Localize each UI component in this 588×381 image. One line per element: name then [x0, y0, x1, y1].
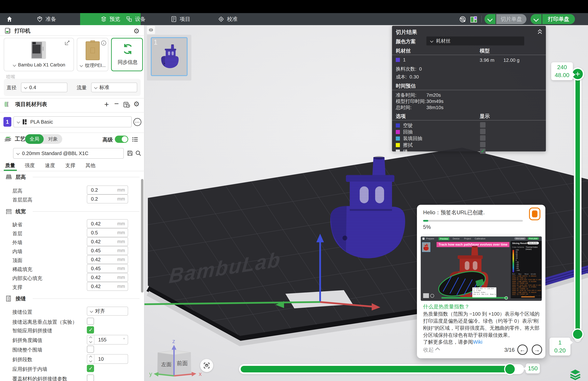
filament-more-button[interactable]: ⋯: [133, 118, 141, 126]
first-layer-height-field[interactable]: 0.2mm: [87, 195, 128, 203]
advanced-toggle[interactable]: [115, 135, 128, 143]
cost-label: 成本:: [396, 74, 407, 80]
search-preset-icon[interactable]: [134, 149, 142, 157]
scarf-entire-wall-label: 围绕整个围墙: [12, 347, 42, 354]
sync-info-button[interactable]: 同步信息: [111, 38, 143, 71]
scarf-steps-spinner[interactable]: 10: [87, 354, 128, 364]
layer-slider-bottom-handle-inner[interactable]: [573, 330, 582, 339]
seam-title: 接缝: [16, 295, 26, 302]
retract-checkbox[interactable]: [480, 129, 485, 134]
lw-outerwall-field[interactable]: 0.42mm: [87, 237, 128, 246]
scarf-angle-spinner[interactable]: 155 °: [87, 335, 128, 344]
fit-view-button[interactable]: [200, 359, 213, 372]
filament-select[interactable]: PLA Basic: [13, 116, 132, 127]
diameter-select[interactable]: 0.4: [21, 83, 67, 92]
spinner-arrows[interactable]: [87, 335, 94, 344]
smart-scarf-seam-checkbox[interactable]: [87, 326, 94, 334]
param-list-icon[interactable]: [131, 135, 139, 143]
preset-select[interactable]: 0.20mm Standard @BBL X1C: [13, 148, 124, 159]
unretract-label: 装填回抽: [403, 135, 422, 142]
printer-settings-gear-icon[interactable]: ⚙: [133, 27, 140, 35]
segment-slider-fill: [241, 366, 510, 372]
navigation-cube[interactable]: 左面 前面 z y x: [148, 338, 206, 378]
lw-sparse-field[interactable]: 0.45mm: [87, 264, 128, 273]
spinner-arrows[interactable]: [87, 355, 94, 363]
home-button[interactable]: [0, 13, 19, 25]
tab-quality[interactable]: 质量: [5, 162, 15, 169]
layers-view-icon[interactable]: [568, 368, 583, 381]
print-plate-button[interactable]: 打印单盘: [542, 14, 575, 24]
tab-device[interactable]: 设备: [119, 13, 153, 25]
scope-toggle[interactable]: 全局 对象: [25, 134, 62, 144]
layout-panels-icon[interactable]: [470, 16, 478, 23]
ams-sync-icon[interactable]: [123, 101, 130, 108]
stop-upload-button[interactable]: [529, 207, 540, 220]
edit-printer-icon[interactable]: [64, 40, 70, 46]
seam-checkbox[interactable]: [480, 148, 485, 154]
segment-slider-handle[interactable]: [505, 364, 515, 374]
lw-default-field[interactable]: 0.42mm: [87, 219, 128, 228]
left-panel-scrollbar[interactable]: [141, 179, 143, 292]
layer-height-field[interactable]: 0.2mm: [87, 185, 128, 195]
scarf-steps-label: 斜拼段数: [12, 356, 32, 363]
printer-select[interactable]: Bambu Lab X1 Carbon: [4, 62, 74, 68]
tab-support[interactable]: 支撑: [65, 162, 75, 169]
lw-innerwall-field[interactable]: 0.45mm: [87, 246, 128, 255]
lw-firstlayer-field[interactable]: 0.5mm: [87, 228, 128, 237]
tab-speed[interactable]: 速度: [45, 162, 55, 169]
lw-top-field[interactable]: 0.42mm: [87, 255, 128, 264]
slice-plate-button[interactable]: 切片单盘: [496, 14, 526, 24]
plate-type-select[interactable]: 纹理PEI...: [77, 62, 109, 68]
seam-away-overhang-checkbox[interactable]: [87, 318, 94, 325]
travel-checkbox[interactable]: [480, 122, 485, 128]
seam-position-select[interactable]: 对齐: [87, 307, 128, 316]
home-icon: [6, 16, 13, 22]
printer-icon: [4, 27, 11, 34]
slice-dropdown-button[interactable]: [484, 14, 496, 24]
remove-filament-button[interactable]: −: [113, 100, 120, 107]
retract-swatch: [396, 130, 400, 134]
orbit-assist-icon[interactable]: [459, 15, 467, 23]
tab-prepare[interactable]: 准备: [29, 13, 63, 25]
print-dropdown-chevron[interactable]: [531, 14, 542, 24]
helio-question-link[interactable]: 什么是热质量指数？: [423, 303, 470, 310]
viewport-3d[interactable]: BambuLab: [145, 25, 588, 381]
lw-support-field[interactable]: 0.42mm: [87, 282, 128, 291]
plate-info-icon[interactable]: [101, 40, 106, 46]
scarf-entire-wall-checkbox[interactable]: [87, 346, 94, 353]
tab-strength[interactable]: 强度: [25, 162, 35, 169]
plate-type-card[interactable]: 纹理PEI...: [77, 38, 108, 71]
slice-result-title: 切片结果: [396, 29, 417, 36]
tab-calibration-label: 校准: [227, 16, 238, 23]
wipe-checkbox[interactable]: [480, 142, 485, 147]
sidebar-collapse-button[interactable]: [147, 26, 155, 34]
unretract-checkbox[interactable]: [480, 135, 485, 141]
color-scheme-select[interactable]: 耗材丝: [426, 37, 524, 45]
filament-name: PLA Basic: [30, 119, 53, 125]
save-preset-icon[interactable]: [126, 149, 134, 157]
next-notification-button[interactable]: →: [532, 344, 542, 355]
prev-notification-button[interactable]: ←: [517, 344, 528, 355]
tab-others[interactable]: 其他: [85, 162, 95, 169]
lw-outerwall-label: 外墙: [12, 239, 22, 246]
scarf-inner-walls-checkbox[interactable]: [87, 365, 94, 372]
add-filament-button[interactable]: +: [103, 100, 110, 108]
scope-object[interactable]: 对象: [44, 134, 62, 144]
collapse-notification-button[interactable]: 收起: [423, 346, 439, 354]
calibration-icon: [218, 16, 224, 22]
scope-global[interactable]: 全局: [25, 134, 44, 144]
layer-slider-fill: [575, 73, 580, 335]
tab-calibration[interactable]: 校准: [210, 13, 246, 25]
override-filament-scarf-checkbox[interactable]: [87, 375, 94, 381]
lw-solidinfill-field[interactable]: 0.42mm: [87, 273, 128, 282]
flow-select[interactable]: 标准: [91, 83, 137, 92]
plate-thumbnail[interactable]: 1: [151, 37, 188, 76]
cube-front-label: 前面: [177, 360, 188, 366]
collapse-panel-icon[interactable]: [537, 28, 543, 35]
filament-settings-gear-icon[interactable]: ⚙: [133, 100, 140, 108]
lw-support-label: 支撑: [12, 284, 22, 291]
titlebar-black: [0, 0, 588, 13]
wiki-link[interactable]: Wiki: [473, 339, 483, 345]
tab-project[interactable]: 项目: [163, 13, 198, 25]
printer-card[interactable]: Bambu Lab X1 Carbon: [4, 38, 74, 71]
